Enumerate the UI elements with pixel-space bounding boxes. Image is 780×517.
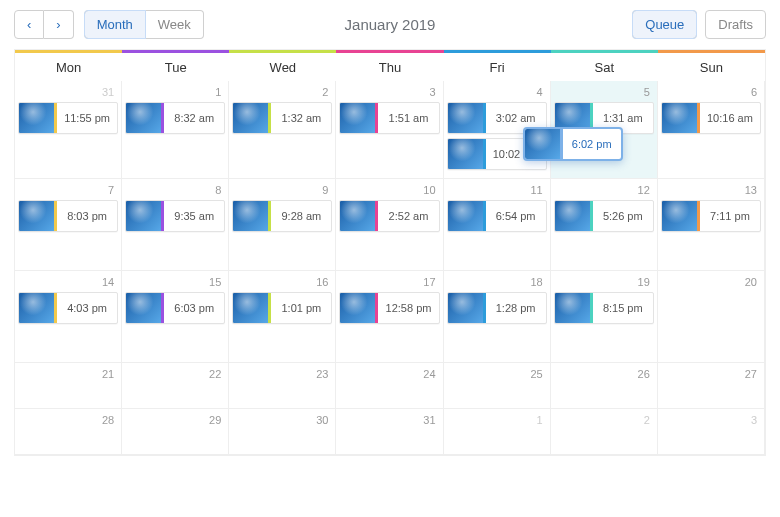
day-cell[interactable]: 28 — [15, 409, 122, 455]
day-cell[interactable]: 18:32 am — [122, 81, 229, 179]
view-week-button[interactable]: Week — [146, 10, 204, 39]
drafts-button[interactable]: Drafts — [705, 10, 766, 39]
calendar-event[interactable]: 1:51 am — [339, 102, 439, 134]
event-time: 1:28 pm — [486, 293, 546, 323]
prev-button[interactable]: ‹ — [14, 10, 44, 39]
event-thumbnail — [126, 201, 161, 231]
event-time: 10:16 am — [700, 103, 760, 133]
day-cell[interactable]: 156:03 pm — [122, 271, 229, 363]
nav-arrows: ‹ › — [14, 10, 74, 39]
day-cell[interactable]: 29 — [122, 409, 229, 455]
date-number: 8 — [125, 182, 225, 200]
day-cell[interactable]: 3111:55 pm — [15, 81, 122, 179]
event-time: 9:28 am — [271, 201, 331, 231]
calendar-event[interactable]: 1:28 pm — [447, 292, 547, 324]
calendar-event[interactable]: 1:32 am — [232, 102, 332, 134]
day-header: Sat — [551, 50, 658, 81]
week-row: 144:03 pm156:03 pm161:01 pm1712:58 pm181… — [15, 271, 765, 363]
date-number: 22 — [125, 366, 225, 384]
event-thumbnail — [555, 201, 590, 231]
next-button[interactable]: › — [44, 10, 73, 39]
calendar-event[interactable]: 8:15 pm — [554, 292, 654, 324]
day-cell[interactable]: 21:32 am — [229, 81, 336, 179]
calendar-event[interactable]: 8:03 pm — [18, 200, 118, 232]
date-number: 28 — [18, 412, 118, 430]
day-cell[interactable]: 102:52 am — [336, 179, 443, 271]
calendar-event[interactable]: 10:16 am — [661, 102, 761, 134]
calendar-event[interactable]: 2:52 am — [339, 200, 439, 232]
event-time: 9:35 am — [164, 201, 224, 231]
day-cell[interactable]: 144:03 pm — [15, 271, 122, 363]
event-thumbnail — [448, 201, 483, 231]
day-cell[interactable]: 99:28 am — [229, 179, 336, 271]
queue-button[interactable]: Queue — [632, 10, 697, 39]
event-time: 11:55 pm — [57, 103, 117, 133]
calendar-event[interactable]: 8:32 am — [125, 102, 225, 134]
day-cell[interactable]: 27 — [658, 363, 765, 409]
day-cell[interactable]: 116:54 pm — [444, 179, 551, 271]
calendar-header-row: MonTueWedThuFriSatSun — [15, 50, 765, 81]
date-number: 2 — [554, 412, 654, 430]
date-number: 1 — [125, 84, 225, 102]
day-cell[interactable]: 22 — [122, 363, 229, 409]
day-cell[interactable]: 20 — [658, 271, 765, 363]
day-header: Sun — [658, 50, 765, 81]
calendar-event[interactable]: 9:28 am — [232, 200, 332, 232]
day-cell[interactable]: 31 — [336, 409, 443, 455]
date-number: 27 — [661, 366, 761, 384]
date-number: 7 — [18, 182, 118, 200]
week-row: 78:03 pm89:35 am99:28 am102:52 am116:54 … — [15, 179, 765, 271]
calendar-body: 3111:55 pm18:32 am21:32 am31:51 am43:02 … — [15, 81, 765, 455]
calendar-event-dragging[interactable]: 6:02 pm — [523, 127, 623, 161]
event-time: 8:03 pm — [57, 201, 117, 231]
calendar-event[interactable]: 12:58 pm — [339, 292, 439, 324]
day-cell[interactable]: 23 — [229, 363, 336, 409]
day-cell[interactable]: 21 — [15, 363, 122, 409]
day-cell[interactable]: 78:03 pm — [15, 179, 122, 271]
calendar-event[interactable]: 1:01 pm — [232, 292, 332, 324]
day-cell[interactable]: 26 — [551, 363, 658, 409]
day-cell[interactable]: 89:35 am — [122, 179, 229, 271]
day-cell[interactable]: 137:11 pm — [658, 179, 765, 271]
day-cell[interactable]: 2 — [551, 409, 658, 455]
day-cell[interactable]: 51:31 am6:02 pm — [551, 81, 658, 179]
calendar: MonTueWedThuFriSatSun 3111:55 pm18:32 am… — [14, 49, 766, 456]
date-number: 15 — [125, 274, 225, 292]
day-cell[interactable]: 24 — [336, 363, 443, 409]
day-cell[interactable]: 30 — [229, 409, 336, 455]
date-number: 11 — [447, 182, 547, 200]
date-number: 20 — [661, 274, 761, 292]
day-cell[interactable]: 198:15 pm — [551, 271, 658, 363]
day-cell[interactable]: 181:28 pm — [444, 271, 551, 363]
event-time: 6:02 pm — [563, 129, 621, 159]
event-thumbnail — [555, 293, 590, 323]
day-header: Thu — [336, 50, 443, 81]
date-number: 5 — [554, 84, 654, 102]
day-cell[interactable]: 1 — [444, 409, 551, 455]
calendar-event[interactable]: 6:54 pm — [447, 200, 547, 232]
date-number: 16 — [232, 274, 332, 292]
event-time: 6:54 pm — [486, 201, 546, 231]
view-month-button[interactable]: Month — [84, 10, 146, 39]
day-cell[interactable]: 610:16 am — [658, 81, 765, 179]
day-header: Fri — [444, 50, 551, 81]
event-thumbnail — [19, 293, 54, 323]
day-cell[interactable]: 31:51 am — [336, 81, 443, 179]
event-thumbnail — [126, 293, 161, 323]
day-cell[interactable]: 3 — [658, 409, 765, 455]
day-header: Tue — [122, 50, 229, 81]
calendar-event[interactable]: 5:26 pm — [554, 200, 654, 232]
event-time: 1:51 am — [378, 103, 438, 133]
day-cell[interactable]: 25 — [444, 363, 551, 409]
day-cell[interactable]: 1712:58 pm — [336, 271, 443, 363]
day-cell[interactable]: 125:26 pm — [551, 179, 658, 271]
calendar-event[interactable]: 6:03 pm — [125, 292, 225, 324]
date-number: 10 — [339, 182, 439, 200]
calendar-event[interactable]: 7:11 pm — [661, 200, 761, 232]
calendar-event[interactable]: 9:35 am — [125, 200, 225, 232]
calendar-event[interactable]: 4:03 pm — [18, 292, 118, 324]
event-thumbnail — [448, 103, 483, 133]
calendar-event[interactable]: 11:55 pm — [18, 102, 118, 134]
event-thumbnail — [233, 201, 268, 231]
day-cell[interactable]: 161:01 pm — [229, 271, 336, 363]
